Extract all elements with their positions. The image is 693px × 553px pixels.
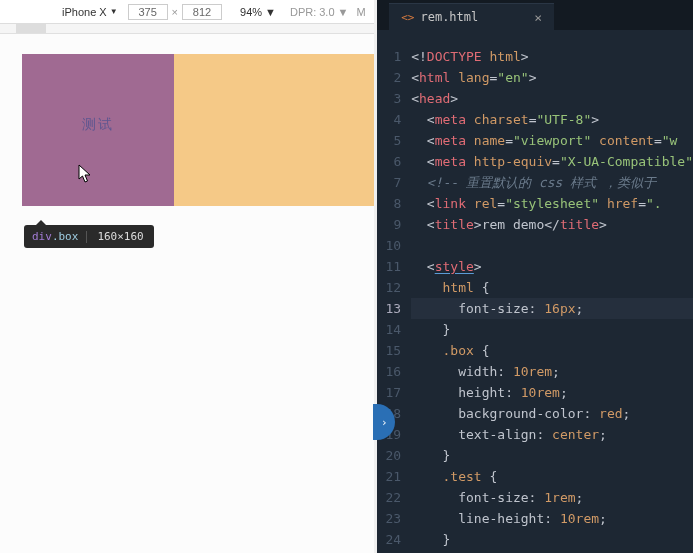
html-file-icon: <> [401,11,414,24]
line-number: 5 [377,130,401,151]
line-number: 14 [377,319,401,340]
preview-box[interactable]: 测试 [22,54,174,206]
line-number: 17 [377,382,401,403]
device-toolbar: iPhone X ▼ × 94% ▼ DPR: 3.0 ▼ M [0,0,374,24]
code-line[interactable]: <meta charset="UTF-8"> [411,109,693,130]
code-line[interactable]: .test { [411,466,693,487]
code-line[interactable]: <title>rem demo</title> [411,214,693,235]
line-number: 2 [377,67,401,88]
tooltip-element: div [32,230,52,243]
code-line[interactable]: .box { [411,340,693,361]
code-line[interactable]: <head> [411,88,693,109]
code-line[interactable]: <html lang="en"> [411,67,693,88]
line-number: 16 [377,361,401,382]
code-line[interactable]: text-align: center; [411,424,693,445]
code-line[interactable]: } [411,445,693,466]
code-line[interactable]: width: 10rem; [411,361,693,382]
dpr-value: 3.0 [319,6,334,18]
code-line[interactable]: } [411,319,693,340]
line-number: 22 [377,487,401,508]
device-viewport: 测试 [22,54,374,206]
devtools-device-panel: iPhone X ▼ × 94% ▼ DPR: 3.0 ▼ M 测试 [0,0,374,553]
code-line[interactable]: height: 10rem; [411,382,693,403]
code-line[interactable]: line-height: 10rem; [411,508,693,529]
dpr-select[interactable]: DPR: 3.0 ▼ [290,6,348,18]
line-number: 3 [377,88,401,109]
code-line[interactable] [411,235,693,256]
code-editor[interactable]: 123456789101112131415161718192021222324 … [377,30,693,553]
line-number: 13 [377,298,401,319]
height-input[interactable] [182,4,222,20]
device-name: iPhone X [62,6,107,18]
code-line[interactable]: <link rel="stylesheet" href=". [411,193,693,214]
line-number: 6 [377,151,401,172]
preview-box-text: 测试 [82,116,114,134]
page-preview[interactable]: 测试 [22,54,374,206]
code-line[interactable]: <meta name="viewport" content="w [411,130,693,151]
element-inspect-tooltip: div.box 160×160 [24,225,154,248]
dpr-label: DPR: [290,6,316,18]
editor-tab[interactable]: <> rem.html × [389,3,554,30]
code-line[interactable]: } [411,529,693,550]
line-number: 8 [377,193,401,214]
zoom-value: 94% [240,6,262,18]
code-line[interactable]: font-size: 1rem; [411,487,693,508]
chevron-down-icon: ▼ [338,6,349,18]
line-number: 20 [377,445,401,466]
chevron-down-icon: ▼ [110,7,118,16]
line-number: 7 [377,172,401,193]
toolbar-m-label: M [356,6,365,18]
line-number: 11 [377,256,401,277]
tooltip-class: .box [52,230,79,243]
close-icon[interactable]: × [534,10,542,25]
tooltip-separator [86,231,87,243]
code-line[interactable]: <!DOCTYPE html> [411,46,693,67]
dim-separator: × [172,6,178,18]
zoom-select[interactable]: 94% ▼ [236,6,280,18]
line-number: 23 [377,508,401,529]
code-line[interactable]: font-size: 16px; [411,298,693,319]
chevron-down-icon: ▼ [265,6,276,18]
editor-tabs: <> rem.html × [377,0,693,30]
line-number-gutter: 123456789101112131415161718192021222324 [377,46,411,553]
ruler-horizontal [0,24,374,34]
width-input[interactable] [128,4,168,20]
line-number: 12 [377,277,401,298]
code-line[interactable]: <meta http-equiv="X-UA-Compatible" [411,151,693,172]
line-number: 4 [377,109,401,130]
device-select[interactable]: iPhone X ▼ [6,6,124,18]
code-line[interactable]: <style> [411,256,693,277]
tab-filename: rem.html [420,10,478,24]
line-number: 9 [377,214,401,235]
line-number: 24 [377,529,401,550]
code-line[interactable]: html { [411,277,693,298]
line-number: 21 [377,466,401,487]
code-editor-panel: <> rem.html × 12345678910111213141516171… [377,0,693,553]
code-line[interactable]: <!-- 重置默认的 css 样式 ，类似于 [411,172,693,193]
line-number: 1 [377,46,401,67]
line-number: 10 [377,235,401,256]
code-line[interactable]: background-color: red; [411,403,693,424]
tooltip-dimensions: 160×160 [95,230,145,243]
mouse-cursor-icon [78,164,92,184]
chevron-right-icon: › [381,416,388,429]
line-number: 15 [377,340,401,361]
code-area[interactable]: <!DOCTYPE html><html lang="en"><head> <m… [411,46,693,553]
